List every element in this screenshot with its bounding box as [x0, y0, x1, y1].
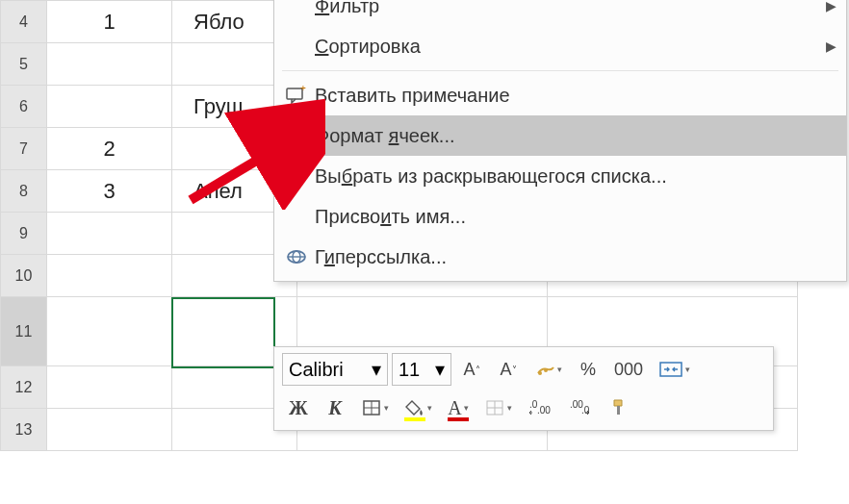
- comment-icon: +: [278, 86, 315, 105]
- cell[interactable]: [47, 255, 172, 297]
- row-header[interactable]: 12: [1, 366, 47, 409]
- svg-rect-12: [660, 363, 682, 376]
- row-header[interactable]: 5: [1, 43, 47, 86]
- fill-color-button[interactable]: ▾: [399, 391, 438, 424]
- merge-center-button[interactable]: ▾: [653, 353, 696, 386]
- borders-grid-button[interactable]: ▾: [478, 391, 518, 424]
- submenu-arrow-icon: ▶: [826, 38, 836, 54]
- increase-font-button[interactable]: A˄: [455, 353, 488, 386]
- row-header[interactable]: 11: [1, 297, 47, 366]
- font-color-button[interactable]: А ▾: [442, 391, 475, 424]
- svg-text:.0: .0: [581, 405, 590, 416]
- menu-separator: [282, 70, 838, 71]
- row-header[interactable]: 13: [1, 409, 47, 451]
- menu-item-pick-from-list[interactable]: Выбрать из раскрывающегося списка...: [274, 156, 846, 196]
- italic-button[interactable]: К: [319, 391, 351, 424]
- decrease-font-button[interactable]: A˅: [492, 353, 525, 386]
- cell[interactable]: [47, 43, 172, 86]
- bold-button[interactable]: Ж: [282, 391, 315, 424]
- svg-text:+: +: [300, 86, 306, 93]
- accounting-format-button[interactable]: ▾: [528, 353, 568, 386]
- comma-style-button[interactable]: 000: [608, 353, 649, 386]
- cell[interactable]: 1: [47, 1, 172, 43]
- cell[interactable]: 2: [47, 128, 172, 170]
- svg-point-11: [544, 368, 548, 372]
- svg-rect-3: [290, 131, 296, 135]
- cell[interactable]: [47, 409, 172, 451]
- menu-item-sort[interactable]: Сортировка ▶: [274, 26, 846, 66]
- menu-item-insert-comment[interactable]: + Вставить примечание: [274, 75, 846, 115]
- menu-item-format-cells[interactable]: Формат ячеек...: [274, 115, 846, 156]
- menu-item-hyperlink[interactable]: Гиперссылка...: [274, 237, 846, 277]
- decrease-decimal-button[interactable]: .00.0: [562, 391, 599, 424]
- svg-rect-2: [288, 128, 305, 143]
- row-header[interactable]: 6: [1, 86, 47, 128]
- row-header[interactable]: 8: [1, 170, 47, 213]
- cell[interactable]: 3: [47, 170, 172, 213]
- font-size-combo[interactable]: 11▾: [392, 353, 451, 386]
- row-header[interactable]: 4: [1, 1, 47, 43]
- row-header[interactable]: 7: [1, 128, 47, 170]
- menu-item-filter[interactable]: Фильтр ▶: [274, 0, 846, 26]
- row-header[interactable]: 9: [1, 213, 47, 255]
- cell[interactable]: [47, 213, 172, 255]
- hyperlink-icon: [278, 247, 315, 266]
- format-painter-button[interactable]: [603, 391, 635, 424]
- format-cells-icon: [278, 126, 315, 145]
- percent-button[interactable]: %: [572, 353, 605, 386]
- mini-toolbar: Calibri▾ 11▾ A˄ A˅ ▾ % 000 ▾ Ж К ▾ ▾ А ▾…: [273, 346, 774, 431]
- svg-rect-23: [617, 406, 620, 415]
- menu-item-define-name[interactable]: Присвоить имя...: [274, 196, 846, 237]
- cell[interactable]: [47, 86, 172, 128]
- row-header[interactable]: 10: [1, 255, 47, 297]
- context-menu: Фильтр ▶ Сортировка ▶ + Вставить примеча…: [273, 0, 847, 282]
- svg-point-10: [538, 371, 542, 375]
- borders-button[interactable]: ▾: [355, 391, 395, 424]
- cell[interactable]: [47, 366, 172, 409]
- cell[interactable]: [47, 297, 172, 366]
- increase-decimal-button[interactable]: .0.00: [522, 391, 558, 424]
- font-name-combo[interactable]: Calibri▾: [282, 353, 388, 386]
- submenu-arrow-icon: ▶: [826, 0, 836, 13]
- svg-text:.00: .00: [537, 405, 551, 416]
